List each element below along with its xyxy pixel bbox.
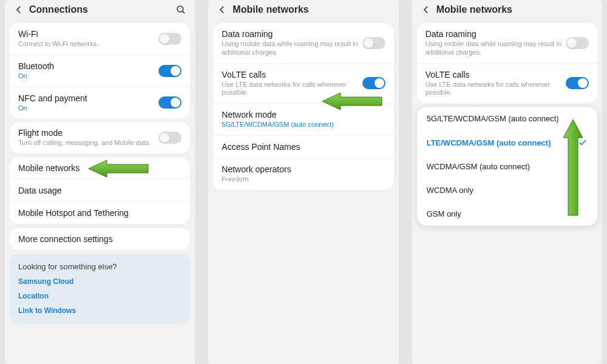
flight-toggle[interactable]	[158, 132, 181, 144]
item-mobile-networks[interactable]: Mobile networks	[10, 157, 190, 180]
page-title: Mobile networks	[232, 4, 390, 15]
group-network-settings: Data roaming Using mobile data while roa…	[417, 23, 597, 103]
link-link-to-windows[interactable]: Link to Windows	[18, 306, 181, 315]
back-icon[interactable]	[421, 4, 432, 15]
screen-mobile-networks: Mobile networks Data roaming Using mobil…	[208, 0, 398, 364]
item-wifi[interactable]: Wi-Fi Connect to Wi-Fi networks.	[10, 23, 190, 55]
item-title: Mobile Hotspot and Tethering	[18, 208, 181, 218]
volte-toggle[interactable]	[362, 77, 385, 89]
option-lte[interactable]: LTE/WCDMA/GSM (auto connect)	[417, 130, 597, 155]
option-gsm[interactable]: GSM only	[417, 202, 597, 226]
option-wcdma-gsm[interactable]: WCDMA/GSM (auto connect)	[417, 155, 597, 178]
back-icon[interactable]	[13, 4, 24, 15]
item-data-roaming[interactable]: Data roaming Using mobile data while roa…	[417, 23, 597, 64]
option-label: GSM only	[427, 209, 588, 218]
nfc-toggle[interactable]	[158, 96, 181, 109]
search-icon[interactable]	[175, 4, 186, 15]
item-subtitle: On	[18, 104, 158, 113]
item-title: VoLTE calls	[426, 70, 566, 79]
item-title: VoLTE calls	[222, 70, 362, 79]
item-title: Network operators	[222, 164, 385, 174]
item-subtitle: Connect to Wi-Fi networks.	[18, 40, 158, 49]
item-data-roaming[interactable]: Data roaming Using mobile data while roa…	[213, 23, 393, 64]
item-title: Mobile networks	[18, 163, 181, 173]
check-icon	[578, 138, 588, 147]
item-title: Data usage	[18, 186, 181, 195]
group-wireless: Wi-Fi Connect to Wi-Fi networks. Bluetoo…	[10, 23, 190, 118]
volte-toggle[interactable]	[566, 77, 589, 89]
item-subtitle: Freedom	[222, 175, 385, 184]
item-subtitle: Turn off calling, messaging, and Mobile …	[18, 139, 158, 147]
item-title: Network mode	[222, 110, 385, 120]
item-operators[interactable]: Network operators Freedom	[213, 158, 393, 190]
group-network-settings: Data roaming Using mobile data while roa…	[213, 23, 393, 190]
page-title: Connections	[29, 4, 175, 15]
option-label: WCDMA/GSM (auto connect)	[427, 162, 588, 171]
item-subtitle: Use LTE data networks for calls whenever…	[222, 81, 362, 98]
item-title: Bluetooth	[18, 61, 158, 71]
roaming-toggle[interactable]	[362, 37, 385, 49]
item-title: NFC and payment	[18, 93, 158, 103]
item-more-settings[interactable]: More connection settings	[10, 228, 190, 250]
item-nfc[interactable]: NFC and payment On	[10, 87, 190, 119]
group-mobile: Mobile networks Data usage Mobile Hotspo…	[10, 157, 190, 224]
item-subtitle: Using mobile data while roaming may resu…	[222, 40, 362, 57]
option-label: 5G/LTE/WCDMA/GSM (auto connect)	[427, 114, 588, 123]
item-subtitle: On	[18, 72, 158, 81]
item-title: More connection settings	[18, 234, 181, 244]
screen-connections: Connections Wi-Fi Connect to Wi-Fi netwo…	[5, 0, 195, 364]
network-mode-popup: 5G/LTE/WCDMA/GSM (auto connect) LTE/WCDM…	[417, 107, 597, 226]
item-flight-mode[interactable]: Flight mode Turn off calling, messaging,…	[10, 122, 190, 153]
option-5g[interactable]: 5G/LTE/WCDMA/GSM (auto connect)	[417, 107, 597, 130]
item-hotspot[interactable]: Mobile Hotspot and Tethering	[10, 202, 190, 224]
item-subtitle: Using mobile data while roaming may resu…	[426, 40, 566, 57]
item-bluetooth[interactable]: Bluetooth On	[10, 55, 190, 87]
header: Mobile networks	[208, 0, 398, 19]
item-volte[interactable]: VoLTE calls Use LTE data networks for ca…	[417, 64, 597, 104]
header: Connections	[5, 0, 195, 19]
item-apn[interactable]: Access Point Names	[213, 136, 393, 158]
item-title: Wi-Fi	[18, 29, 158, 39]
group-more: More connection settings	[10, 228, 190, 250]
screen-network-mode-picker: Mobile networks Data roaming Using mobil…	[412, 0, 602, 364]
option-wcdma[interactable]: WCDMA only	[417, 178, 597, 202]
item-subtitle: Use LTE data networks for calls whenever…	[426, 81, 566, 98]
link-location[interactable]: Location	[18, 292, 181, 300]
item-title: Data roaming	[426, 29, 566, 39]
group-flight: Flight mode Turn off calling, messaging,…	[10, 122, 190, 153]
item-subtitle: 5G/LTE/WCDMA/GSM (auto connect)	[222, 121, 385, 129]
item-title: Data roaming	[222, 29, 362, 39]
bluetooth-toggle[interactable]	[158, 65, 181, 77]
page-title: Mobile networks	[436, 4, 594, 15]
header: Mobile networks	[412, 0, 602, 19]
info-title: Looking for something else?	[18, 262, 181, 271]
svg-point-0	[177, 6, 183, 12]
item-title: Access Point Names	[222, 142, 385, 152]
option-label: WCDMA only	[427, 186, 588, 195]
item-volte[interactable]: VoLTE calls Use LTE data networks for ca…	[213, 64, 393, 104]
info-card: Looking for something else? Samsung Clou…	[10, 254, 190, 323]
link-samsung-cloud[interactable]: Samsung Cloud	[18, 277, 181, 286]
option-label: LTE/WCDMA/GSM (auto connect)	[427, 138, 578, 147]
item-data-usage[interactable]: Data usage	[10, 180, 190, 202]
item-title: Flight mode	[18, 128, 158, 138]
roaming-toggle[interactable]	[566, 37, 589, 49]
item-network-mode[interactable]: Network mode 5G/LTE/WCDMA/GSM (auto conn…	[213, 104, 393, 136]
back-icon[interactable]	[217, 4, 228, 15]
wifi-toggle[interactable]	[158, 33, 181, 45]
